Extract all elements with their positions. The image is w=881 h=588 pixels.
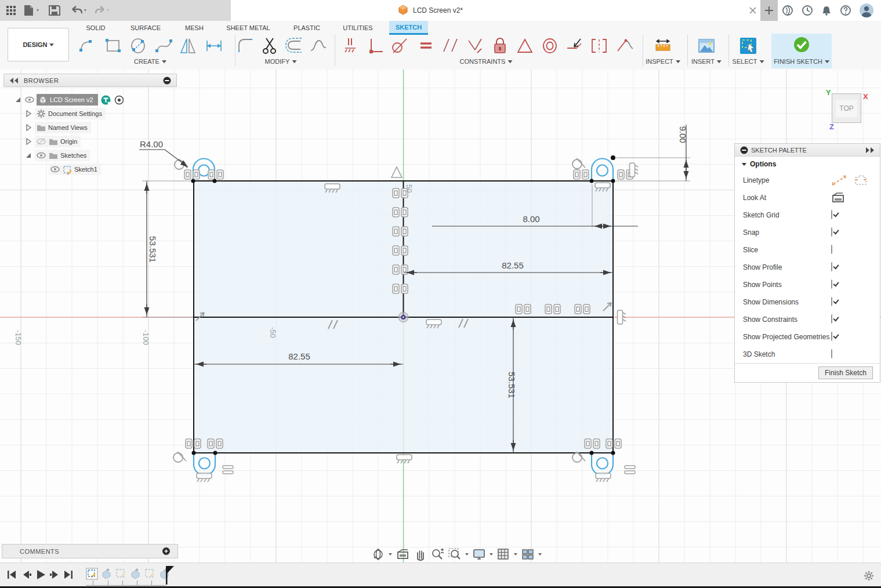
browser-root-row[interactable]: LCD Screen v2 xyxy=(14,93,124,106)
expander-collapsed-icon[interactable] xyxy=(24,124,32,132)
save-icon[interactable] xyxy=(48,4,61,17)
minimize-panel-icon[interactable] xyxy=(739,146,749,155)
modify-offset-icon[interactable] xyxy=(285,36,304,56)
timeline-playhead[interactable] xyxy=(165,566,176,586)
chevron-down-icon[interactable] xyxy=(514,553,517,556)
finish-sketch-icon[interactable] xyxy=(792,36,811,56)
minimize-panel-icon[interactable] xyxy=(162,76,172,85)
constraint-symmetry-icon[interactable] xyxy=(589,36,609,56)
show-constraints-checkbox[interactable] xyxy=(831,314,832,324)
expand-panel-icon[interactable] xyxy=(864,147,876,154)
create-circle-icon[interactable] xyxy=(129,36,148,56)
sketch-grid-checkbox[interactable] xyxy=(831,210,832,219)
tab-solid[interactable]: SOLID xyxy=(82,21,109,35)
timeline-go-to-start-icon[interactable] xyxy=(6,569,17,580)
job-status-icon[interactable] xyxy=(802,5,813,16)
projected-linetype-icon[interactable] xyxy=(853,174,869,187)
help-icon[interactable] xyxy=(840,5,851,16)
insert-group-label[interactable]: INSERT xyxy=(691,58,722,65)
browser-header[interactable]: BROWSER xyxy=(3,74,177,87)
construction-linetype-icon[interactable] xyxy=(831,174,849,187)
modify-fillet-icon[interactable] xyxy=(236,36,256,56)
app-launcher-icon[interactable] xyxy=(5,4,19,17)
chevron-down-icon[interactable] xyxy=(465,553,469,556)
timeline-step-forward-icon[interactable] xyxy=(49,569,60,580)
zoom-icon[interactable] xyxy=(430,547,444,561)
finish-sketch-label[interactable]: FINISH SKETCH xyxy=(774,58,829,65)
timeline-feature-sketch[interactable] xyxy=(115,568,127,580)
finish-sketch-button[interactable]: Finish Sketch xyxy=(818,366,873,379)
create-rectangle-icon[interactable] xyxy=(104,36,124,56)
insert-image-icon[interactable] xyxy=(697,36,716,56)
slice-checkbox[interactable] xyxy=(831,245,832,254)
modify-trim-icon[interactable] xyxy=(260,36,280,56)
chevron-down-icon[interactable] xyxy=(490,553,493,556)
expander-expanded-icon[interactable] xyxy=(14,96,22,104)
inspect-group-label[interactable]: INSPECT xyxy=(646,58,680,65)
zoom-window-icon[interactable] xyxy=(448,547,462,561)
3d-sketch-checkbox[interactable] xyxy=(831,349,832,358)
visibility-eye-icon[interactable] xyxy=(50,164,60,175)
look-at-icon[interactable] xyxy=(396,547,409,561)
timeline-feature-extrude[interactable] xyxy=(129,568,142,580)
constraint-horizontal-vertical-icon[interactable] xyxy=(340,36,360,56)
add-comment-icon[interactable] xyxy=(162,547,171,556)
timeline-feature-sketch-active[interactable] xyxy=(86,568,98,580)
timeline-feature-sketch[interactable] xyxy=(144,568,156,580)
constraint-fix-lock-icon[interactable] xyxy=(490,36,510,56)
show-profile-checkbox[interactable] xyxy=(831,262,832,271)
create-spline-icon[interactable] xyxy=(154,36,174,56)
constraints-group-label[interactable]: CONSTRAINTS xyxy=(460,58,513,65)
document-tab[interactable]: LCD Screen v2* xyxy=(398,0,463,21)
modify-group-label[interactable]: MODIFY xyxy=(265,58,297,65)
user-avatar[interactable] xyxy=(860,3,873,17)
timeline-step-back-icon[interactable] xyxy=(21,569,32,580)
notifications-bell-icon[interactable] xyxy=(821,5,832,16)
constraint-perpendicular-icon[interactable] xyxy=(466,36,485,56)
tab-mesh[interactable]: MESH xyxy=(182,21,206,35)
inspect-measure-icon[interactable] xyxy=(653,36,673,56)
tab-sketch[interactable]: SKETCH xyxy=(389,21,428,35)
tab-sheet-metal[interactable]: SHEET METAL xyxy=(225,21,271,35)
sketch-palette-header[interactable]: SKETCH PALETTE xyxy=(735,144,880,157)
comments-bar[interactable]: COMMENTS xyxy=(2,544,178,558)
collapse-panel-icon[interactable] xyxy=(8,77,23,85)
show-points-checkbox[interactable] xyxy=(831,280,832,289)
model-canvas[interactable]: R4.00 53.531 82.55 8.00 82.55 53.531 9.0… xyxy=(0,70,881,562)
constraint-tangent-icon[interactable] xyxy=(390,36,409,56)
constraint-curvature-icon[interactable] xyxy=(615,36,635,56)
show-projected-geometries-checkbox[interactable] xyxy=(831,332,832,341)
pan-hand-icon[interactable] xyxy=(413,547,427,561)
undo-icon[interactable] xyxy=(68,4,88,17)
browser-item-named-views[interactable]: Named Views xyxy=(24,121,91,134)
view-cube[interactable]: TOP Y X Z xyxy=(829,92,867,129)
orbit-icon[interactable] xyxy=(371,547,385,561)
tab-surface[interactable]: SURFACE xyxy=(129,21,162,35)
constraint-parallel-icon[interactable] xyxy=(441,36,461,56)
chevron-down-icon[interactable] xyxy=(389,553,392,556)
redo-icon[interactable] xyxy=(92,4,111,17)
tab-plastic[interactable]: PLASTIC xyxy=(292,21,322,35)
grid-display-icon[interactable] xyxy=(496,547,510,561)
constraint-polygon-icon[interactable] xyxy=(515,36,535,56)
new-tab-button[interactable] xyxy=(760,0,778,21)
browser-item-origin[interactable]: Origin xyxy=(24,135,81,148)
timeline-go-to-end-icon[interactable] xyxy=(63,569,74,580)
timeline-play-icon[interactable] xyxy=(35,569,46,580)
create-dimension-icon[interactable] xyxy=(204,36,224,56)
look-at-button[interactable] xyxy=(831,192,845,205)
origin-point[interactable] xyxy=(398,313,408,322)
options-section-header[interactable]: Options xyxy=(735,157,880,172)
timeline-feature-extrude[interactable] xyxy=(100,568,113,580)
browser-root-selected[interactable]: LCD Screen v2 xyxy=(37,94,98,106)
constraint-concentric-icon[interactable] xyxy=(540,36,560,56)
browser-item-sketches[interactable]: Sketches xyxy=(24,149,90,162)
constraint-midpoint-icon[interactable] xyxy=(564,36,584,56)
snap-checkbox[interactable] xyxy=(831,227,832,237)
file-menu-icon[interactable] xyxy=(22,4,42,17)
expander-collapsed-icon[interactable] xyxy=(24,110,32,118)
browser-item-document-settings[interactable]: Document Settings xyxy=(24,107,106,120)
timeline-settings-gear-icon[interactable] xyxy=(863,570,875,582)
modify-curve-icon[interactable] xyxy=(309,36,328,56)
constraint-equal-icon[interactable] xyxy=(416,36,436,56)
